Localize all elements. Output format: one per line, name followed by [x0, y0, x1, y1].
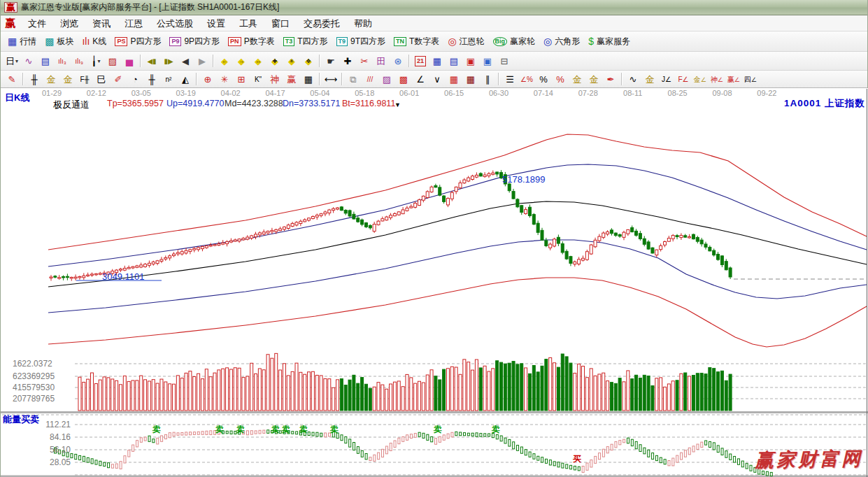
- width-measure-icon[interactable]: ⟷: [322, 72, 339, 86]
- win-grid-icon[interactable]: 赢: [283, 72, 300, 86]
- angle-measure-icon[interactable]: ✂: [356, 54, 373, 68]
- clock-scale-icon[interactable]: ◔: [127, 72, 143, 86]
- last-bar-icon[interactable]: ▮▶: [160, 54, 177, 68]
- hand-tool-icon[interactable]: ☛: [322, 54, 339, 68]
- fan-box-icon[interactable]: ▨: [378, 72, 395, 86]
- quote-list-icon[interactable]: ▤: [37, 54, 54, 68]
- menu-浏览[interactable]: 浏览: [53, 17, 85, 30]
- candle-type-selector-icon[interactable]: ╽▾: [87, 54, 104, 68]
- ink-pen-icon[interactable]: ✒: [602, 72, 619, 86]
- fan-lines-icon[interactable]: ///: [362, 72, 378, 86]
- win-angle-icon[interactable]: 赢∠: [725, 72, 742, 86]
- notepad-icon[interactable]: ▤: [446, 54, 462, 68]
- f-angle-icon[interactable]: F∠: [675, 72, 692, 86]
- compass-target-icon[interactable]: ⊕: [199, 72, 216, 86]
- prev-bar-icon[interactable]: ◀: [177, 54, 194, 68]
- save-icon[interactable]: ▣: [462, 54, 479, 68]
- gold-scale-icon[interactable]: 金: [43, 72, 59, 86]
- wave-tool-icon[interactable]: ∿: [625, 72, 641, 86]
- full-view-diamond-icon[interactable]: ◆✥: [300, 54, 317, 68]
- brush-icon[interactable]: ✎: [3, 72, 20, 86]
- menu-设置[interactable]: 设置: [200, 17, 232, 30]
- winner-wheel-button[interactable]: Big赢家轮: [489, 34, 540, 50]
- hexagon-button[interactable]: ◎六角形: [539, 34, 584, 50]
- numbered-grid-icon[interactable]: ▦: [300, 72, 317, 86]
- trend-line-icon[interactable]: ∠: [412, 72, 429, 86]
- indicator-dropdown-icon[interactable]: ▼: [394, 101, 401, 108]
- menu-窗口[interactable]: 窗口: [264, 17, 297, 30]
- expand-diamond-icon[interactable]: ◆✳: [283, 54, 300, 68]
- calculator-icon[interactable]: ▦: [429, 54, 446, 68]
- zoom-left-diamond-icon[interactable]: ◆←: [216, 54, 233, 68]
- angle-mirror-icon[interactable]: ◭: [177, 72, 194, 86]
- compress-diamond-icon[interactable]: ◆✚: [266, 54, 283, 68]
- gann-wheel-button[interactable]: ◎江恩轮: [443, 34, 488, 50]
- zigzag-line-icon[interactable]: ∨: [429, 72, 446, 86]
- t-table-button-icon: TN: [394, 37, 406, 46]
- print-icon[interactable]: ⊟: [496, 54, 513, 68]
- gold-angle-icon[interactable]: 金∠: [692, 72, 709, 86]
- wave-9-icon[interactable]: ılı₉: [71, 54, 87, 68]
- fan-box-2-icon[interactable]: ▩: [395, 72, 412, 86]
- title-bar[interactable]: 赢 赢家江恩专业版[赢家内部服务平台] - [上证指数 SH1A0001-167…: [1, 0, 867, 15]
- period-day-selector-icon[interactable]: 日▾: [3, 54, 20, 68]
- shen-angle-icon[interactable]: 神∠: [709, 72, 725, 86]
- purple-grid-tool-icon[interactable]: 田: [373, 54, 390, 68]
- gann-scale-icon[interactable]: ╫: [26, 72, 43, 86]
- grid-target-icon[interactable]: ⊞: [233, 72, 250, 86]
- 9p-square-button[interactable]: P99P四方形: [165, 34, 224, 50]
- gold-scale-2-icon[interactable]: 金: [59, 72, 76, 86]
- crosshair-icon[interactable]: ✚: [339, 54, 356, 68]
- 9t-square-button[interactable]: T99T四方形: [332, 34, 390, 50]
- red-pen-scale-icon[interactable]: ✐: [110, 72, 127, 86]
- sectors-button[interactable]: ▩板块: [41, 34, 78, 50]
- percent-line-icon[interactable]: %: [552, 72, 569, 86]
- k-quote-icon[interactable]: K": [250, 72, 266, 86]
- kline-button[interactable]: ılıK线: [78, 34, 111, 50]
- red-wave-icon[interactable]: ▨: [104, 54, 121, 68]
- f-scale-icon[interactable]: F╫: [76, 72, 93, 86]
- parallel-lines-icon[interactable]: ∥: [479, 72, 496, 86]
- shen-grid-icon[interactable]: 神: [266, 72, 283, 86]
- spiral-scale-icon[interactable]: 巳: [93, 72, 110, 86]
- four-angle-icon[interactable]: 四∠: [742, 72, 759, 86]
- menu-文件[interactable]: 文件: [21, 17, 53, 30]
- gold-circle-icon[interactable]: 金: [569, 72, 585, 86]
- pattern-tool-icon[interactable]: ⊛: [390, 54, 406, 68]
- menu-公式选股[interactable]: 公式选股: [150, 17, 200, 30]
- percent-channel-icon[interactable]: ∠%: [518, 72, 535, 86]
- plain-scale-icon[interactable]: ╫: [143, 72, 160, 86]
- zoom-both-diamond-icon[interactable]: ◆↔: [250, 54, 266, 68]
- export-icon[interactable]: ▣: [479, 54, 496, 68]
- web-target-icon[interactable]: ✳: [216, 72, 233, 86]
- level-list-icon[interactable]: ☰: [501, 72, 518, 86]
- first-bar-icon[interactable]: ◀▮: [143, 54, 160, 68]
- menu-交易委托[interactable]: 交易委托: [297, 17, 347, 30]
- gold-underline-icon[interactable]: 金: [641, 72, 658, 86]
- box-measure-icon[interactable]: ⧉: [345, 72, 362, 86]
- quotes-button[interactable]: ▦行情: [3, 34, 41, 50]
- t-table-button[interactable]: TNT数字表: [390, 34, 443, 50]
- next-bar-icon[interactable]: ▶: [194, 54, 211, 68]
- menu-资讯[interactable]: 资讯: [85, 17, 118, 30]
- p-table-button[interactable]: PNP数字表: [224, 34, 279, 50]
- menu-江恩[interactable]: 江恩: [118, 17, 150, 30]
- percent-icon[interactable]: %: [535, 72, 552, 86]
- dense-grid-2-icon[interactable]: ▦: [462, 72, 479, 86]
- t-square-button[interactable]: T3T四方形: [279, 34, 332, 50]
- dense-grid-icon[interactable]: ▦: [446, 72, 462, 86]
- kline-chart-canvas[interactable]: 卖卖卖卖卖卖卖卖卖买: [1, 88, 868, 477]
- menu-工具[interactable]: 工具: [232, 17, 264, 30]
- wave-chart-icon[interactable]: ∿: [20, 54, 37, 68]
- winner-service-button[interactable]: $赢家服务: [584, 34, 634, 50]
- calendar-icon[interactable]: 21: [412, 54, 429, 68]
- gold-line-icon[interactable]: 金: [585, 72, 602, 86]
- chart-area[interactable]: 卖卖卖卖卖卖卖卖卖买 01-2902-1203-0503-1904-0204-1…: [1, 88, 868, 477]
- j-angle-icon[interactable]: J∠: [658, 72, 675, 86]
- zoom-right-diamond-icon[interactable]: ◆→: [233, 54, 250, 68]
- n2-scale-icon[interactable]: n²: [160, 72, 177, 86]
- color-chart-icon[interactable]: ▅: [121, 54, 138, 68]
- menu-帮助[interactable]: 帮助: [347, 17, 379, 30]
- wave-3-icon[interactable]: ılı₃: [54, 54, 71, 68]
- p-square-button[interactable]: PSP四方形: [111, 34, 165, 50]
